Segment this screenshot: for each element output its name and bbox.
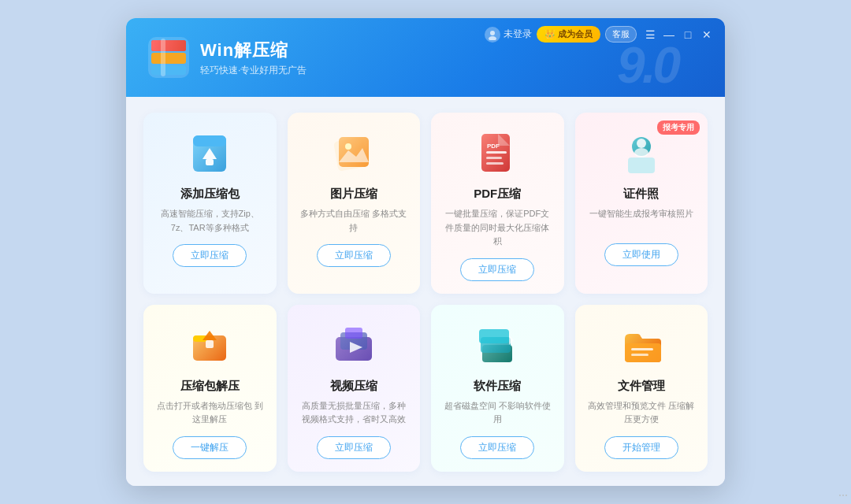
user-area: 未登录 👑 成为会员 客服 — [485, 26, 637, 43]
user-login-button[interactable]: 未登录 — [485, 27, 532, 43]
svg-rect-32 — [345, 328, 362, 339]
svg-point-14 — [345, 143, 351, 150]
card-file-manage: 文件管理 高效管理和预览文件 压缩解压更方便 开始管理 — [575, 305, 708, 472]
svg-rect-25 — [628, 158, 655, 173]
svg-rect-3 — [151, 53, 186, 64]
minimize-icon: — — [663, 28, 674, 41]
svg-rect-4 — [151, 65, 186, 75]
soft-compress-icon — [474, 322, 521, 369]
guest-label: 客服 — [612, 29, 630, 39]
id-photo-title: 证件照 — [623, 187, 659, 202]
svg-rect-36 — [479, 329, 509, 343]
pdf-compress-title: PDF压缩 — [474, 187, 521, 202]
card-unzip: 压缩包解压 点击打开或者拖动压缩包 到这里解压 一键解压 — [143, 305, 277, 472]
user-login-label: 未登录 — [504, 28, 532, 41]
video-compress-title: 视频压缩 — [330, 379, 377, 394]
add-zip-icon — [186, 130, 233, 177]
svg-rect-20 — [486, 162, 504, 165]
exam-badge: 报考专用 — [657, 120, 700, 135]
feature-grid: 添加压缩包 高速智能压缩，支持Zip、7z、TAR等多种格式 立即压缩 — [143, 113, 708, 472]
app-title-area: Win解压缩 轻巧快速·专业好用无广告 — [200, 39, 307, 77]
svg-text:PDF: PDF — [487, 143, 500, 150]
header-controls: 未登录 👑 成为会员 客服 ☰ — □ — [485, 26, 714, 43]
close-icon: ✕ — [702, 28, 712, 41]
card-video-compress: 视频压缩 高质量无损批量压缩，多种视频格式支持，省时又高效 立即压缩 — [288, 305, 421, 472]
file-manage-desc: 高效管理和预览文件 压缩解压更方便 — [586, 399, 697, 427]
close-button[interactable]: ✕ — [700, 28, 714, 42]
file-manage-icon — [618, 322, 665, 369]
version-watermark: 9.0 — [617, 40, 678, 91]
video-compress-desc: 高质量无损批量压缩，多种视频格式支持，省时又高效 — [299, 399, 410, 427]
image-compress-title: 图片压缩 — [330, 187, 377, 202]
card-add-zip: 添加压缩包 高速智能压缩，支持Zip、7z、TAR等多种格式 立即压缩 — [143, 113, 277, 294]
svg-rect-13 — [339, 137, 369, 167]
pdf-compress-icon: PDF — [474, 130, 521, 177]
svg-rect-39 — [631, 348, 653, 350]
soft-compress-btn[interactable]: 立即压缩 — [460, 436, 534, 459]
svg-rect-11 — [206, 159, 214, 165]
card-image-compress: 图片压缩 多种方式自由压缩 多格式支持 立即压缩 — [288, 113, 421, 294]
app-logo: Win解压缩 轻巧快速·专业好用无广告 — [126, 37, 307, 78]
image-compress-icon — [330, 130, 377, 177]
window-controls: ☰ — □ ✕ — [643, 28, 714, 42]
image-compress-desc: 多种方式自由压缩 多格式支持 — [299, 207, 410, 235]
svg-marker-37 — [509, 335, 514, 345]
unzip-btn[interactable]: 一键解压 — [173, 436, 247, 459]
app-subtitle: 轻巧快速·专业好用无广告 — [200, 64, 307, 77]
svg-point-24 — [634, 148, 648, 158]
user-avatar — [485, 27, 500, 43]
svg-rect-18 — [486, 151, 507, 154]
vip-button[interactable]: 👑 成为会员 — [537, 26, 600, 43]
card-soft-compress: 软件压缩 超省磁盘空间 不影响软件使用 立即压缩 — [431, 305, 564, 472]
minimize-button[interactable]: — — [662, 28, 676, 42]
svg-rect-2 — [151, 40, 186, 51]
app-logo-icon — [148, 37, 189, 78]
maximize-icon: □ — [685, 28, 691, 41]
video-compress-icon — [330, 322, 377, 369]
header: Win解压缩 轻巧快速·专业好用无广告 9.0 未登录 — [126, 18, 725, 97]
pdf-compress-desc: 一键批量压缩，保证PDF文件质量的同时最大化压缩体积 — [442, 207, 553, 249]
unzip-icon — [186, 322, 233, 369]
svg-point-7 — [489, 36, 496, 40]
add-zip-btn[interactable]: 立即压缩 — [173, 244, 247, 267]
svg-rect-29 — [206, 340, 214, 348]
maximize-button[interactable]: □ — [681, 28, 695, 42]
vip-label: 成为会员 — [558, 28, 593, 40]
soft-compress-title: 软件压缩 — [474, 379, 521, 394]
id-photo-desc: 一键智能生成报考审核照片 — [589, 207, 693, 234]
crown-icon: 👑 — [544, 29, 556, 39]
svg-point-23 — [637, 139, 646, 148]
soft-compress-desc: 超省磁盘空间 不影响软件使用 — [442, 399, 553, 427]
file-manage-title: 文件管理 — [618, 379, 665, 394]
svg-rect-5 — [161, 39, 165, 76]
app-title: Win解压缩 — [200, 39, 307, 62]
unzip-desc: 点击打开或者拖动压缩包 到这里解压 — [154, 399, 266, 427]
image-compress-btn[interactable]: 立即压缩 — [317, 244, 391, 267]
video-compress-btn[interactable]: 立即压缩 — [317, 436, 391, 459]
file-manage-btn[interactable]: 开始管理 — [604, 436, 678, 459]
id-photo-icon — [618, 130, 665, 177]
svg-rect-38 — [625, 343, 661, 362]
svg-rect-40 — [631, 354, 648, 356]
menu-icon: ☰ — [645, 28, 656, 41]
id-photo-btn[interactable]: 立即使用 — [604, 243, 678, 266]
add-zip-title: 添加压缩包 — [180, 187, 240, 202]
card-pdf-compress: PDF PDF压缩 一键批量压缩，保证PDF文件质量的同时最大化压缩体积 立即压… — [431, 113, 564, 294]
app-window: Win解压缩 轻巧快速·专业好用无广告 9.0 未登录 — [126, 18, 725, 486]
guest-button[interactable]: 客服 — [605, 26, 637, 43]
unzip-title: 压缩包解压 — [180, 379, 240, 394]
svg-point-6 — [490, 31, 495, 35]
add-zip-desc: 高速智能压缩，支持Zip、7z、TAR等多种格式 — [154, 207, 266, 235]
pdf-compress-btn[interactable]: 立即压缩 — [460, 258, 534, 281]
menu-button[interactable]: ☰ — [643, 28, 657, 42]
main-content: 添加压缩包 高速智能压缩，支持Zip、7z、TAR等多种格式 立即压缩 — [126, 97, 725, 486]
svg-rect-19 — [486, 157, 502, 159]
svg-rect-9 — [193, 135, 226, 146]
card-id-photo: 报考专用 证件照 — [575, 113, 708, 294]
